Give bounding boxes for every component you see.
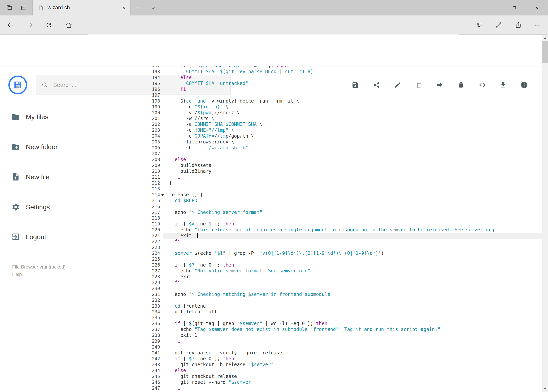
gutter-line-number[interactable]: 247 (117, 385, 160, 391)
code-line-195[interactable]: 195 COMMIT_SHA="untracked" (0, 80, 542, 86)
code-line-219[interactable]: 219 if [ $# -ne 1 ]; then (0, 221, 542, 227)
gutter-line-number[interactable]: 235 (117, 315, 160, 321)
code-line-205[interactable]: 205 filebrowser/dev \ (0, 139, 542, 145)
gutter-line-number[interactable]: 195 (117, 80, 160, 86)
gutter-line-number[interactable]: 244 (117, 368, 160, 373)
gutter-line-number[interactable]: 224 (117, 250, 160, 256)
gutter-line-number[interactable]: 196 (117, 86, 160, 92)
gutter-line-number[interactable]: 212 (117, 180, 160, 186)
gutter-line-number[interactable]: 246 (117, 379, 160, 385)
minimize-button[interactable] (480, 0, 503, 15)
gutter-line-number[interactable]: 240 (117, 344, 160, 350)
close-button[interactable] (526, 0, 548, 15)
gutter-line-number[interactable]: 200 (117, 110, 160, 116)
gutter-line-number[interactable]: 217 (117, 210, 160, 215)
share-icon[interactable] (512, 19, 524, 31)
gutter-line-number[interactable]: 206 (117, 145, 160, 151)
gutter-line-number[interactable]: 194 (117, 75, 160, 80)
gutter-line-number[interactable]: 241 (117, 350, 160, 356)
code-line-193[interactable]: 193 COMMIT_SHA="$(git rev-parse HEAD | c… (0, 69, 542, 75)
gutter-line-number[interactable]: 201 (117, 115, 160, 121)
back-icon[interactable] (5, 19, 16, 31)
gutter-line-number[interactable]: 214 (117, 192, 160, 198)
code-line-217[interactable]: 217 echo "> Checking semver format" (0, 210, 542, 215)
page-scrollbar[interactable] (542, 35, 548, 392)
gutter-line-number[interactable]: 230 (117, 286, 160, 291)
code-line-204[interactable]: 204 -e GOPATH=//tmp/gopath \ (0, 133, 542, 139)
scrollbar-up-arrow-icon[interactable] (542, 35, 548, 41)
gutter-line-number[interactable]: 207 (117, 151, 160, 157)
code-line-234[interactable]: 234 git fetch --all (0, 309, 542, 315)
gutter-line-number[interactable]: 229 (117, 280, 160, 286)
code-line-210[interactable]: 210 buildBinary (0, 168, 542, 174)
code-line-197[interactable]: 197 (0, 92, 542, 98)
code-line-241[interactable]: 241 git rev-parse --verify --quiet relea… (0, 350, 542, 356)
code-line-231[interactable]: 231 echo "> Checking matching $semver in… (0, 291, 542, 297)
gutter-line-number[interactable]: 192 (117, 66, 160, 69)
code-line-223[interactable]: 223 (0, 245, 542, 250)
code-line-222[interactable]: 222 fi (0, 238, 542, 245)
code-line-192[interactable]: 192 if [ "$(command -v git)" != "" ]; th… (0, 66, 542, 69)
tab-wizard-sh[interactable]: wizard.sh (33, 0, 131, 15)
gutter-line-number[interactable]: 242 (117, 356, 160, 362)
code-line-218[interactable]: 218 (0, 215, 542, 221)
code-line-243[interactable]: 243 git checkout -b release "$semver" (0, 362, 542, 368)
code-line-246[interactable]: 246 git reset --hard "$semver" (0, 379, 542, 385)
code-line-224[interactable]: 224 semver=$(echo "$1" | grep -P '^v(0|[… (0, 250, 542, 256)
web-note-pen-icon[interactable] (493, 19, 505, 31)
code-line-229[interactable]: 229 fi (0, 280, 542, 286)
gutter-line-number[interactable]: 225 (117, 256, 160, 262)
forward-icon[interactable] (24, 19, 36, 31)
code-line-194[interactable]: 194 else (0, 75, 542, 80)
gutter-line-number[interactable]: 222 (117, 238, 160, 245)
tab-close-icon[interactable] (119, 3, 128, 12)
code-line-230[interactable]: 230 (0, 286, 542, 291)
gutter-line-number[interactable]: 209 (117, 162, 160, 168)
tab-preview-chevron-icon[interactable] (149, 4, 158, 12)
code-line-228[interactable]: 228 exit 1 (0, 274, 542, 280)
gutter-line-number[interactable]: 204 (117, 133, 160, 139)
gutter-line-number[interactable]: 210 (117, 168, 160, 174)
gutter-line-number[interactable]: 234 (117, 309, 160, 315)
code-line-211[interactable]: 211 fi (0, 174, 542, 180)
more-icon[interactable] (532, 19, 544, 31)
gutter-line-number[interactable]: 237 (117, 326, 160, 332)
code-line-227[interactable]: 227 echo "Not valid semver format. See s… (0, 268, 542, 274)
gutter-line-number[interactable]: 243 (117, 362, 160, 368)
gutter-line-number[interactable]: 199 (117, 104, 160, 110)
code-line-216[interactable]: 216 (0, 203, 542, 210)
code-line-245[interactable]: 245 git checkout release (0, 373, 542, 379)
code-line-236[interactable]: 236 if [ $(git tag | grep "$semver" | wc… (0, 321, 542, 326)
gutter-line-number[interactable]: 193 (117, 69, 160, 75)
maximize-button[interactable] (503, 0, 526, 15)
gutter-line-number[interactable]: 226 (117, 262, 160, 268)
code-line-237[interactable]: 237 echo "Tag $semver does not exist in … (0, 326, 542, 332)
code-line-203[interactable]: 203 -e HOME="//tmp" \ (0, 127, 542, 133)
gutter-line-number[interactable]: 218 (117, 215, 160, 221)
gutter-line-number[interactable]: 213 (117, 186, 160, 192)
code-line-244[interactable]: 244 else (0, 368, 542, 373)
code-line-199[interactable]: 199 -u "$(id -u)" \ (0, 104, 542, 110)
gutter-line-number[interactable]: 220 (117, 227, 160, 233)
code-line-232[interactable]: 232 (0, 297, 542, 303)
code-line-226[interactable]: 226 if [ $? -ne 0 ]; then (0, 262, 542, 268)
tabs-preview-icon[interactable] (19, 4, 28, 12)
code-line-207[interactable]: 207 (0, 151, 542, 157)
code-line-225[interactable]: 225 (0, 256, 542, 262)
code-line-239[interactable]: 239 fi (0, 338, 542, 344)
gutter-line-number[interactable]: 221 (117, 233, 160, 238)
gutter-line-number[interactable]: 223 (117, 245, 160, 250)
code-line-209[interactable]: 209 buildAssets (0, 162, 542, 168)
home-icon[interactable] (63, 19, 75, 31)
gutter-line-number[interactable]: 202 (117, 121, 160, 127)
gutter-line-number[interactable]: 227 (117, 268, 160, 274)
gutter-line-number[interactable]: 233 (117, 303, 160, 309)
gutter-line-number[interactable]: 211 (117, 174, 160, 180)
refresh-icon[interactable] (43, 19, 55, 31)
gutter-line-number[interactable]: 216 (117, 203, 160, 210)
code-line-235[interactable]: 235 (0, 315, 542, 321)
code-line-213[interactable]: 213 (0, 186, 542, 192)
code-area[interactable]: 192 if [ "$(command -v git)" != "" ]; th… (0, 66, 542, 392)
code-line-202[interactable]: 202 -e COMMIT_SHA=$COMMIT_SHA \ (0, 121, 542, 127)
code-line-221[interactable]: 221 exit 1 (0, 233, 542, 238)
